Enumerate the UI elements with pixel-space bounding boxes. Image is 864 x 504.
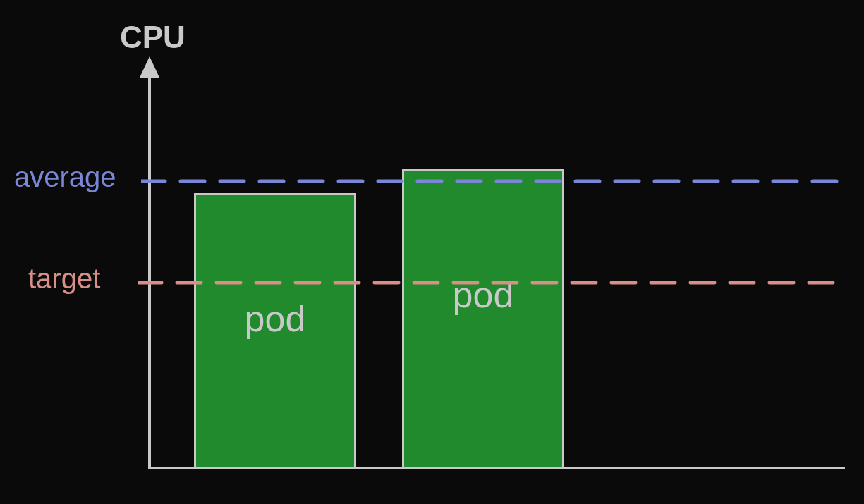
y-axis-label: CPU — [120, 20, 185, 55]
average-line — [141, 179, 845, 183]
bar-pod-1: pod — [194, 193, 356, 467]
chart-stage: CPU pod pod average target — [0, 0, 864, 504]
bar-label-1: pod — [245, 297, 306, 340]
bar-pod-2: pod — [402, 169, 564, 467]
y-axis-line — [148, 75, 151, 469]
average-line-label: average — [14, 161, 116, 193]
x-axis-line — [148, 467, 845, 469]
target-line — [138, 281, 845, 285]
target-line-label: target — [28, 263, 100, 295]
